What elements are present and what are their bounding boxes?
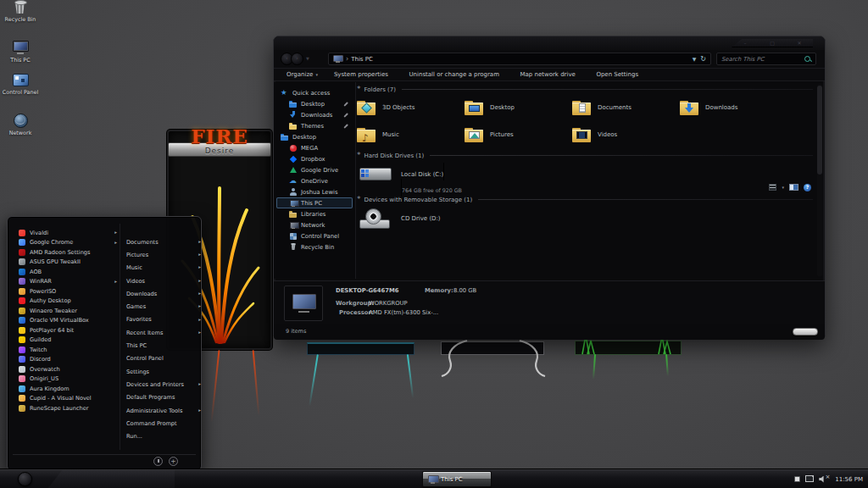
section-header-removable[interactable]: * Devices with Removable Storage (1) (357, 195, 815, 204)
sidebar-item[interactable]: Libraries (276, 208, 353, 219)
toolbar-button-label: Uninstall or change a program (409, 71, 499, 78)
cd-drive-icon (357, 208, 394, 230)
start-menu-place-item[interactable]: Control Panel (126, 352, 203, 365)
start-menu-app-item[interactable]: PotPlayer 64 bit (19, 325, 119, 336)
address-bar[interactable]: › This PC ▼ ↻ (328, 53, 711, 65)
drive-item[interactable]: Local Disk (C:) 764 GB free of 920 GB (357, 162, 815, 192)
clock[interactable]: 11:56 PM (835, 476, 863, 483)
start-menu-app-item[interactable]: Vivaldi (19, 228, 119, 238)
resize-grip[interactable] (793, 328, 818, 336)
start-menu-app-item[interactable]: Aura Kingdom (19, 384, 119, 394)
start-button[interactable] (18, 472, 32, 486)
window-titlebar[interactable]: – ▢ ✕ (274, 36, 825, 50)
start-menu-app-item[interactable]: AOB (19, 267, 119, 277)
sidebar-item[interactable]: Quick access (276, 87, 353, 98)
network-tray-icon[interactable] (805, 475, 814, 483)
start-menu-app-item[interactable]: Twitch (19, 345, 119, 355)
flame-tail-teal (407, 354, 414, 398)
start-menu-app-item[interactable]: RuneScape Launcher (19, 403, 119, 413)
sidebar-item[interactable]: This PC (276, 197, 353, 208)
toolbar-button[interactable]: Open Settings ▾ (596, 71, 643, 78)
toolbar-button[interactable]: System properties ▾ (334, 71, 393, 78)
breadcrumb[interactable]: This PC (351, 56, 373, 63)
sidebar-item[interactable]: Themes (276, 120, 353, 131)
sidebar-item[interactable]: Network (276, 219, 353, 230)
start-menu-place-item[interactable]: Games (126, 300, 203, 313)
start-menu-place-item[interactable]: Downloads (126, 287, 203, 300)
start-menu-place-item[interactable]: This PC (126, 339, 203, 352)
power-button[interactable] (153, 457, 163, 466)
start-menu-app-item[interactable]: WinRAR (19, 277, 119, 287)
start-menu-app-item[interactable]: PowerISO (19, 286, 119, 297)
start-menu-place-item[interactable]: Recent Items (126, 326, 203, 339)
folder-tile[interactable]: Desktop (465, 94, 572, 121)
desktop-icon[interactable]: This PC (0, 41, 41, 64)
section-header-drives[interactable]: * Hard Disk Drives (1) (357, 151, 815, 160)
start-menu-app-item[interactable]: ASUS GPU TweakII (19, 258, 119, 268)
toolbar-button[interactable]: Organize ▾ (287, 71, 318, 78)
sidebar-item-label: Desktop (292, 134, 316, 141)
folder-tile[interactable]: Downloads (680, 94, 787, 121)
desktop-icon[interactable]: Control Panel (0, 73, 41, 96)
taskbar-task-this-pc[interactable]: This PC (422, 471, 492, 487)
start-menu-place-item[interactable]: Default Programs (126, 391, 203, 404)
cd-drive-item[interactable]: CD Drive (D:) (357, 206, 815, 231)
start-menu-app-item[interactable]: Cupid - A Visual Novel (19, 394, 119, 404)
start-menu-app-item[interactable]: Oracle VM VirtualBox (19, 316, 119, 326)
start-menu-place-item[interactable]: Run... (126, 430, 203, 442)
search-button[interactable] (169, 457, 178, 466)
show-hidden-icons-button[interactable] (794, 476, 800, 482)
folder-tile[interactable]: 3D Objects (357, 94, 465, 121)
start-menu-place-item[interactable]: Pictures (126, 248, 203, 261)
start-menu-app-item[interactable]: Winaero Tweaker (19, 306, 119, 316)
start-menu-app-item[interactable]: Discord (19, 355, 119, 365)
sidebar-item[interactable]: OneDrive (276, 175, 353, 186)
start-menu-place-item[interactable]: Administrative Tools (126, 404, 203, 417)
minimize-button[interactable]: – (732, 39, 759, 47)
start-menu-app-item[interactable]: Google Chrome (19, 238, 119, 248)
desktop-icon[interactable]: Network (0, 114, 41, 136)
forward-button[interactable]: › (291, 53, 303, 65)
toolbar-button[interactable]: Uninstall or change a program ▾ (409, 71, 504, 78)
sidebar-item-icon (289, 232, 298, 241)
sidebar-item[interactable]: Desktop (276, 131, 353, 142)
scrollbar-thumb[interactable] (817, 86, 822, 175)
address-dropdown-icon[interactable]: ▼ (693, 56, 697, 62)
start-menu-place-item[interactable]: Settings (126, 365, 203, 378)
start-menu-place-item[interactable]: Devices and Printers (126, 378, 203, 391)
start-menu-app-item[interactable]: Onigiri_US (19, 374, 119, 385)
app-icon (19, 385, 25, 392)
place-label: Pictures (126, 252, 148, 258)
volume-muted-icon[interactable] (819, 475, 830, 483)
sidebar-item[interactable]: Downloads (276, 109, 353, 120)
start-menu-place-item[interactable]: Documents (126, 236, 203, 248)
sidebar-item[interactable]: MEGA (276, 142, 353, 153)
section-header-folders[interactable]: * Folders (7) (357, 85, 815, 94)
sidebar-item[interactable]: Joshua Lewis (276, 186, 353, 197)
sidebar-item[interactable]: Dropbox (276, 153, 353, 164)
start-menu-app-item[interactable]: Overwatch (19, 364, 119, 374)
folder-tile[interactable]: Pictures (465, 121, 572, 148)
toolbar-button[interactable]: Map network drive ▾ (520, 71, 581, 78)
vertical-scrollbar[interactable] (817, 84, 822, 277)
folder-icon (465, 100, 483, 115)
folder-tile[interactable]: Music (357, 121, 465, 148)
sidebar-item[interactable]: Desktop (276, 98, 353, 109)
sidebar-item[interactable]: Google Drive (276, 164, 353, 175)
nav-emblem: ‹ › ▼ (281, 52, 326, 65)
sidebar-item[interactable]: Control Panel (276, 230, 353, 241)
folder-tile[interactable]: Videos (572, 121, 680, 148)
start-menu-place-item[interactable]: Favorites (126, 313, 203, 326)
sidebar-item[interactable]: Recycle Bin (276, 241, 353, 252)
start-menu-app-item[interactable]: Guilded (19, 336, 119, 346)
start-menu-app-item[interactable]: Authy Desktop (19, 297, 119, 307)
start-menu-place-item[interactable]: Command Prompt (126, 417, 203, 430)
start-menu-place-item[interactable]: Videos (126, 274, 203, 287)
start-menu-place-item[interactable]: Music (126, 262, 203, 274)
desktop-icon[interactable]: Recycle Bin (0, 0, 41, 23)
start-menu-app-item[interactable]: AMD Radeon Settings (19, 247, 119, 258)
refresh-icon[interactable]: ↻ (700, 56, 706, 63)
sidebar-item-label: Downloads (301, 112, 332, 119)
nav-history-chevron-icon[interactable]: ▼ (306, 56, 309, 61)
folder-tile[interactable]: Documents (572, 94, 680, 121)
